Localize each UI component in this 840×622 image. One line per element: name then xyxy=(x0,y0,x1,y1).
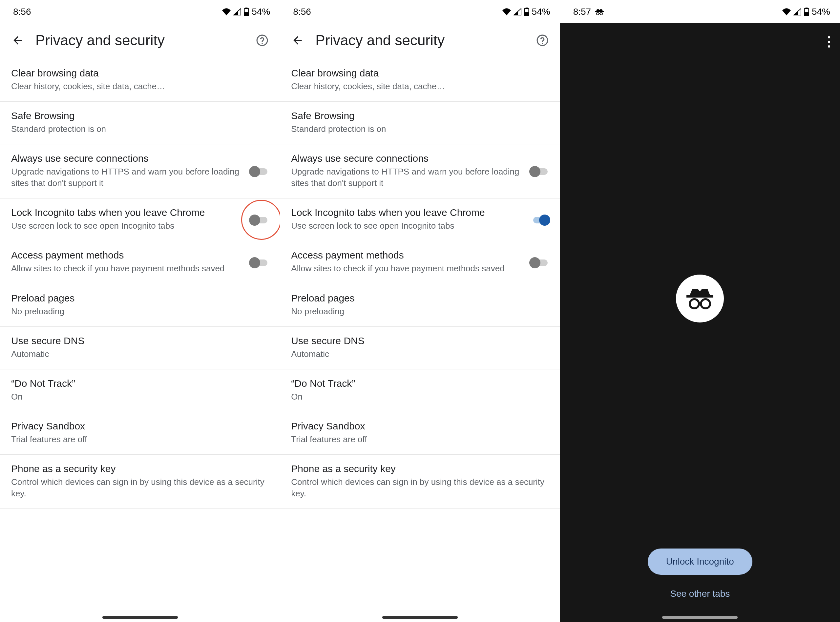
wifi-icon xyxy=(782,8,791,15)
settings-row[interactable]: Phone as a security keyControl which dev… xyxy=(280,455,560,509)
settings-row[interactable]: Privacy SandboxTrial features are off xyxy=(0,412,280,455)
settings-row-subtitle: Clear history, cookies, site data, cache… xyxy=(291,81,549,92)
settings-row[interactable]: Safe BrowsingStandard protection is on xyxy=(280,102,560,144)
arrow-back-icon xyxy=(291,34,304,47)
incognito-actions: Unlock Incognito See other tabs xyxy=(560,549,840,599)
incognito-icon xyxy=(676,274,724,322)
settings-row-subtitle: Use screen lock to see open Incognito ta… xyxy=(291,220,522,232)
see-other-tabs-link[interactable]: See other tabs xyxy=(670,588,730,599)
toggle-switch[interactable] xyxy=(249,166,269,176)
settings-row-title: Access payment methods xyxy=(11,250,242,261)
settings-row-title: Use secure DNS xyxy=(291,335,549,346)
page-title: Privacy and security xyxy=(315,32,524,49)
settings-row-subtitle: Use screen lock to see open Incognito ta… xyxy=(11,220,242,232)
settings-row-title: Privacy Sandbox xyxy=(11,421,269,432)
settings-row-subtitle: No preloading xyxy=(11,306,269,317)
signal-icon xyxy=(514,8,521,15)
incognito-status-icon xyxy=(595,9,604,15)
settings-row-subtitle: On xyxy=(11,391,269,402)
settings-row-subtitle: Clear history, cookies, site data, cache… xyxy=(11,81,269,92)
status-bar: 8:56 54% xyxy=(280,0,560,23)
settings-row[interactable]: Clear browsing dataClear history, cookie… xyxy=(280,59,560,102)
settings-row-text: “Do Not Track”On xyxy=(291,378,549,402)
back-button[interactable] xyxy=(10,32,26,48)
toggle-switch[interactable] xyxy=(249,215,269,224)
help-button[interactable] xyxy=(535,32,550,48)
settings-row-text: Access payment methodsAllow sites to che… xyxy=(11,250,242,274)
settings-row-title: Safe Browsing xyxy=(291,110,549,121)
unlock-incognito-button[interactable]: Unlock Incognito xyxy=(648,549,752,575)
status-bar: 8:57 54% xyxy=(560,0,840,23)
settings-row-text: Access payment methodsAllow sites to che… xyxy=(291,250,522,274)
app-bar: Privacy and security xyxy=(0,23,280,59)
settings-row-subtitle: Upgrade navigations to HTTPS and warn yo… xyxy=(291,166,522,189)
back-button[interactable] xyxy=(290,32,305,48)
settings-row-text: Clear browsing dataClear history, cookie… xyxy=(291,67,549,92)
settings-row[interactable]: “Do Not Track”On xyxy=(0,369,280,412)
svg-rect-6 xyxy=(524,12,529,16)
settings-row[interactable]: “Do Not Track”On xyxy=(280,369,560,412)
settings-row[interactable]: Phone as a security keyControl which dev… xyxy=(0,455,280,509)
settings-row[interactable]: Clear browsing dataClear history, cookie… xyxy=(0,59,280,102)
settings-row[interactable]: Lock Incognito tabs when you leave Chrom… xyxy=(0,198,280,241)
svg-point-9 xyxy=(596,12,599,15)
settings-row[interactable]: Use secure DNSAutomatic xyxy=(280,327,560,369)
menu-button[interactable] xyxy=(828,36,830,47)
settings-row-text: Clear browsing dataClear history, cookie… xyxy=(11,67,269,92)
settings-row[interactable]: Always use secure connectionsUpgrade nav… xyxy=(0,144,280,198)
settings-row[interactable]: Access payment methodsAllow sites to che… xyxy=(0,241,280,284)
nav-bar[interactable] xyxy=(102,616,178,619)
settings-row-subtitle: Upgrade navigations to HTTPS and warn yo… xyxy=(11,166,242,189)
toggle-switch[interactable] xyxy=(529,166,549,176)
settings-list: Clear browsing dataClear history, cookie… xyxy=(280,59,560,509)
nav-bar[interactable] xyxy=(382,616,458,619)
page-title: Privacy and security xyxy=(35,32,244,49)
svg-rect-13 xyxy=(804,12,808,16)
settings-row[interactable]: Always use secure connectionsUpgrade nav… xyxy=(280,144,560,198)
settings-row-subtitle: Trial features are off xyxy=(291,434,549,445)
settings-row-text: Lock Incognito tabs when you leave Chrom… xyxy=(291,207,522,232)
settings-row[interactable]: Lock Incognito tabs when you leave Chrom… xyxy=(280,198,560,241)
status-icons: 54% xyxy=(222,6,270,17)
panel-incognito-locked: 8:57 54% xyxy=(560,0,840,622)
battery-percent: 54% xyxy=(812,6,830,17)
nav-bar[interactable] xyxy=(662,616,738,619)
settings-row[interactable]: Preload pagesNo preloading xyxy=(280,284,560,327)
battery-percent: 54% xyxy=(252,6,270,17)
settings-list: Clear browsing dataClear history, cookie… xyxy=(0,59,280,509)
toggle-thumb xyxy=(249,257,260,268)
settings-row-text: Safe BrowsingStandard protection is on xyxy=(291,110,549,135)
toggle-thumb xyxy=(529,166,540,177)
settings-row-text: Privacy SandboxTrial features are off xyxy=(11,421,269,445)
settings-row-text: Preload pagesNo preloading xyxy=(11,293,269,317)
settings-row-title: Use secure DNS xyxy=(11,335,269,346)
settings-row-subtitle: Allow sites to check if you have payment… xyxy=(291,263,522,274)
toggle-switch[interactable] xyxy=(249,257,269,267)
signal-icon xyxy=(793,8,801,15)
panel-settings-after: 8:56 54% Privacy and security Clear brow… xyxy=(280,0,560,622)
toggle-switch[interactable] xyxy=(529,215,549,224)
toggle-switch[interactable] xyxy=(529,257,549,267)
settings-row-subtitle: Standard protection is on xyxy=(291,123,549,135)
status-time: 8:56 xyxy=(13,6,31,17)
dot-icon xyxy=(828,36,830,38)
svg-rect-2 xyxy=(244,12,249,16)
battery-icon xyxy=(244,8,249,16)
settings-row-title: Phone as a security key xyxy=(11,463,269,474)
dot-icon xyxy=(828,41,830,43)
incognito-top-bar xyxy=(560,23,840,61)
incognito-body: Unlock Incognito See other tabs xyxy=(560,23,840,622)
toggle-thumb xyxy=(539,215,550,226)
settings-row-text: Always use secure connectionsUpgrade nav… xyxy=(11,153,242,189)
help-button[interactable] xyxy=(254,32,270,48)
help-icon xyxy=(536,34,549,47)
settings-row[interactable]: Access payment methodsAllow sites to che… xyxy=(280,241,560,284)
settings-row[interactable]: Use secure DNSAutomatic xyxy=(0,327,280,369)
settings-row-subtitle: No preloading xyxy=(291,306,549,317)
settings-row[interactable]: Safe BrowsingStandard protection is on xyxy=(0,102,280,144)
settings-row[interactable]: Preload pagesNo preloading xyxy=(0,284,280,327)
svg-rect-14 xyxy=(686,295,713,297)
status-bar: 8:56 54% xyxy=(0,0,280,23)
settings-row[interactable]: Privacy SandboxTrial features are off xyxy=(280,412,560,455)
settings-row-text: Phone as a security keyControl which dev… xyxy=(291,463,549,499)
